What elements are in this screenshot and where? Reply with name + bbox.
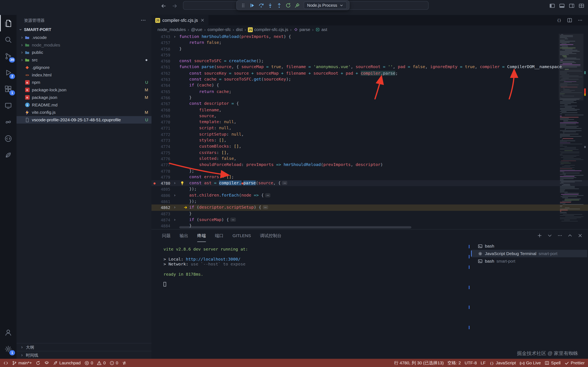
tree-item-index.html[interactable]: <>index.html bbox=[17, 71, 151, 79]
breakpoint-gutter[interactable] bbox=[151, 125, 157, 131]
breakpoint-gutter[interactable] bbox=[151, 64, 157, 70]
minimap[interactable] bbox=[559, 34, 584, 229]
code-line-4774[interactable]: 4774 customBlocks: [], bbox=[151, 143, 588, 150]
status-indentation[interactable]: 空格: 2 bbox=[445, 359, 463, 367]
debug-process-select[interactable]: Node.js Process bbox=[304, 1, 347, 9]
activity-item-remote-explorer[interactable] bbox=[0, 98, 17, 114]
code-line-4773[interactable]: 4773 styles: [], bbox=[151, 137, 588, 143]
lightbulb-icon[interactable] bbox=[180, 181, 185, 185]
fold-chevron-icon[interactable]: › bbox=[170, 180, 179, 186]
status-go-live[interactable]: Go Live bbox=[518, 359, 543, 367]
close-icon[interactable] bbox=[578, 233, 583, 238]
tree-item-.vscode[interactable]: ›.vscode bbox=[17, 34, 151, 41]
split-icon[interactable] bbox=[567, 17, 572, 23]
breakpoint-gutter[interactable] bbox=[151, 162, 157, 168]
activity-item-extension-a[interactable] bbox=[0, 114, 17, 130]
disconnect-button[interactable] bbox=[293, 1, 301, 9]
activity-item-manage[interactable]: 1 bbox=[0, 341, 17, 357]
panel-tab-问题[interactable]: 问题 bbox=[162, 230, 171, 242]
breakpoint-gutter[interactable] bbox=[151, 131, 157, 137]
tree-item-package.json[interactable]: npackage.jsonM bbox=[17, 94, 151, 101]
code-line-4766[interactable]: 4766 } bbox=[151, 95, 588, 101]
fold-chevron-icon[interactable]: › bbox=[170, 192, 179, 199]
terminal-list-item[interactable]: bashsmart-port bbox=[471, 257, 587, 265]
status-prettier[interactable]: Prettier bbox=[562, 359, 587, 367]
status-encoding[interactable]: UTF-8 bbox=[463, 359, 479, 367]
step-over-button[interactable] bbox=[257, 1, 265, 9]
tree-item-.gitignore[interactable]: .gitignore bbox=[17, 64, 151, 71]
code-editor[interactable]: 4743›function hmrShouldReload(prevImport… bbox=[151, 34, 588, 229]
tab-compiler-sfc[interactable]: JS compiler-sfc.cjs.js bbox=[151, 15, 208, 25]
status-port-forward[interactable] bbox=[120, 359, 129, 367]
breakpoint-gutter[interactable] bbox=[151, 192, 157, 199]
code-line-4765[interactable]: 4765 return cache; bbox=[151, 89, 588, 95]
layout-sidebar-right-icon[interactable] bbox=[569, 3, 575, 9]
tree-item-node_modules[interactable]: ›node_modules bbox=[17, 41, 151, 49]
activity-item-run-debug[interactable]: 2 bbox=[0, 64, 17, 81]
activity-item-explorer[interactable] bbox=[0, 15, 17, 31]
tree-item-package-lock.json[interactable]: npackage-lock.jsonM bbox=[17, 86, 151, 94]
panel-tab-端口[interactable]: 端口 bbox=[215, 230, 223, 242]
panel-tab-调试控制台[interactable]: 调试控制台 bbox=[260, 230, 282, 242]
section-大纲[interactable]: ›大纲 bbox=[17, 343, 151, 351]
activity-item-extension-b[interactable] bbox=[0, 130, 17, 147]
breakpoint-gutter[interactable] bbox=[151, 143, 157, 150]
status-cursor-position[interactable]: 行 4780, 列 30 (已选择13) bbox=[392, 359, 445, 367]
status-counter[interactable]: 0 bbox=[108, 359, 120, 367]
nav-back-icon[interactable] bbox=[159, 1, 168, 10]
code-line-4777[interactable]: 4777 shouldForceReload: prevImports => h… bbox=[151, 162, 588, 168]
layout-panel-icon[interactable] bbox=[559, 3, 565, 9]
layout-sidebar-left-icon[interactable] bbox=[549, 3, 555, 9]
breakpoint-gutter[interactable] bbox=[151, 198, 157, 205]
plus-icon[interactable] bbox=[537, 233, 542, 238]
project-root[interactable]: › SMART-PORT bbox=[17, 25, 151, 34]
breakpoint-gutter[interactable] bbox=[151, 156, 157, 162]
more-actions-icon[interactable] bbox=[140, 17, 146, 23]
horizontal-scrollbar[interactable] bbox=[179, 226, 553, 228]
braces-icon[interactable]: {} bbox=[557, 17, 562, 23]
chevron-down-icon[interactable] bbox=[547, 233, 553, 238]
activity-item-account[interactable] bbox=[0, 324, 17, 341]
breakpoint-gutter[interactable] bbox=[151, 52, 157, 58]
tree-item-README.md[interactable]: iREADME.md bbox=[17, 101, 151, 109]
breakpoint-icon[interactable]: ● bbox=[151, 180, 157, 186]
breadcrumb-compiler-sfc[interactable]: compiler-sfc bbox=[208, 27, 231, 32]
status-sync[interactable] bbox=[34, 359, 43, 367]
code-line-4775[interactable]: 4775 cssVars: [], bbox=[151, 150, 588, 156]
code-line-4806[interactable]: 4806› ast.children.forEach(node => {⋯ bbox=[151, 192, 588, 199]
more-icon[interactable] bbox=[557, 233, 562, 238]
breadcrumb-node_modules[interactable]: node_modules bbox=[157, 27, 186, 32]
activity-item-search[interactable] bbox=[0, 31, 17, 48]
layout-grid-icon[interactable] bbox=[579, 3, 584, 9]
breakpoint-gutter[interactable] bbox=[151, 174, 157, 180]
code-line-4769[interactable]: 4769 source, bbox=[151, 113, 588, 119]
code-line-4760[interactable]: 4760const sourceToSFC = createCache(); bbox=[151, 58, 588, 64]
continue-button[interactable] bbox=[248, 1, 256, 9]
code-line-4764[interactable]: 4764 if (cache) { bbox=[151, 83, 588, 89]
breakpoint-gutter[interactable] bbox=[151, 113, 157, 119]
code-line-4776[interactable]: 4776 slotted: false, bbox=[151, 156, 588, 162]
tree-item-vite.config.js[interactable]: vite.config.jsM bbox=[17, 109, 151, 116]
breakpoint-gutter[interactable] bbox=[151, 89, 157, 95]
code-line-4758[interactable]: 4758} bbox=[151, 46, 588, 52]
breadcrumb-compiler-sfc.cjs.js[interactable]: JScompiler-sfc.cjs.js bbox=[248, 27, 288, 32]
code-line-4763[interactable]: 4763 const cache = sourceToSFC.get(sourc… bbox=[151, 76, 588, 83]
code-line-4762[interactable]: 4762 const sourceKey = source + sourceMa… bbox=[151, 70, 588, 76]
breakpoint-gutter[interactable] bbox=[151, 58, 157, 64]
breakpoint-gutter[interactable] bbox=[151, 223, 157, 229]
code-line-4743[interactable]: 4743›function hmrShouldReload(prevImport… bbox=[151, 34, 588, 40]
panel-tab-GITLENS[interactable]: GITLENS bbox=[233, 230, 251, 242]
fold-chevron-icon[interactable]: › bbox=[170, 34, 179, 40]
code-line-4862[interactable]: 4862› if (descriptor.scriptSetup) {⋯ bbox=[151, 205, 588, 211]
breakpoint-gutter[interactable] bbox=[151, 76, 157, 83]
breakpoint-gutter[interactable] bbox=[151, 107, 157, 113]
code-line-4770[interactable]: 4770 template: null, bbox=[151, 119, 588, 125]
code-line-4771[interactable]: 4771 script: null, bbox=[151, 125, 588, 131]
activity-item-extension-c[interactable] bbox=[0, 147, 17, 163]
activity-item-extensions[interactable]: 1 bbox=[0, 81, 17, 98]
code-line-4772[interactable]: 4772 scriptSetup: null, bbox=[151, 131, 588, 137]
status-problems-errors[interactable]: 0 bbox=[82, 359, 95, 367]
breakpoint-gutter[interactable] bbox=[151, 137, 157, 143]
breakpoint-gutter[interactable] bbox=[151, 40, 157, 46]
code-line-4873[interactable]: 4873 } bbox=[151, 211, 588, 217]
